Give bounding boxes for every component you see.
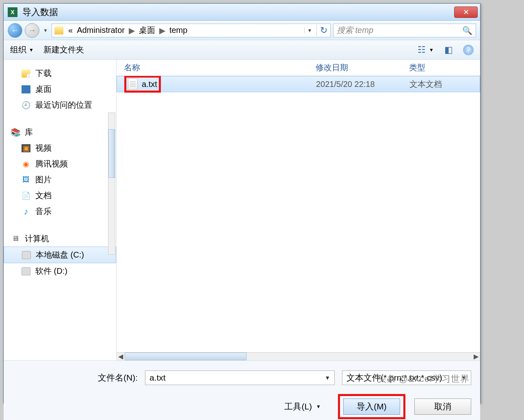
watermark: 头条 @Excel学习世界 [377, 373, 470, 385]
tree-computer[interactable]: 🖥计算机 [4, 231, 116, 247]
music-icon: ♪ [22, 208, 30, 216]
chevron-down-icon[interactable]: ▼ [325, 375, 330, 381]
list-hscrollbar[interactable]: ◀ ▶ [117, 352, 480, 360]
file-row[interactable]: a.txt 2021/5/20 22:18 文本文档 [117, 76, 480, 92]
file-date: 2021/5/20 22:18 [316, 80, 409, 89]
breadcrumb-item[interactable]: 桌面 [139, 25, 155, 36]
search-icon: 🔍 [462, 26, 472, 35]
library-icon: 📚 [11, 128, 20, 136]
search-input[interactable]: 搜索 temp 🔍 [333, 24, 476, 37]
column-type[interactable]: 类型 [409, 62, 480, 73]
tree-music[interactable]: ♪音乐 [4, 204, 116, 219]
tree-libraries[interactable]: 📚库 [4, 124, 116, 140]
desktop-icon [22, 85, 30, 93]
filename-label: 文件名(N): [98, 372, 138, 383]
picture-icon: 🖼 [22, 176, 30, 184]
import-button[interactable]: 导入(M) [343, 398, 400, 415]
tencent-icon: ◉ [22, 160, 30, 168]
view-icon: ☷ [416, 44, 427, 56]
file-list: 名称 修改日期 类型 a.txt 2021/5/20 22:18 文本文档 [117, 60, 480, 360]
tree-videos[interactable]: ▣视频 [4, 140, 116, 156]
chevron-down-icon: ▼ [29, 47, 34, 53]
tree-recent[interactable]: 🕘最近访问的位置 [4, 97, 116, 113]
scroll-right-icon[interactable]: ▶ [472, 353, 480, 360]
file-name: a.txt [142, 80, 157, 89]
recent-icon: 🕘 [22, 101, 30, 109]
cancel-button[interactable]: 取消 [414, 398, 471, 415]
file-type: 文本文档 [409, 79, 480, 90]
toolbar: 组织 ▼ 新建文件夹 ☷ ▼ ◧ ? [4, 40, 480, 60]
disk-icon [22, 251, 31, 259]
scroll-left-icon[interactable]: ◀ [117, 353, 125, 360]
nav-tree: 下载 桌面 🕘最近访问的位置 📚库 ▣视频 ◉腾讯视频 🖼图片 📄文档 ♪音乐 … [4, 60, 117, 360]
folder-icon [54, 26, 63, 35]
tree-tencent[interactable]: ◉腾讯视频 [4, 156, 116, 172]
excel-icon: X [8, 7, 17, 17]
tree-disk-c[interactable]: 本地磁盘 (C:) [4, 247, 116, 263]
disk-icon [22, 267, 30, 275]
address-bar[interactable]: « Administrator ▶ 桌面 ▶ temp ▼ ↻ [52, 24, 331, 37]
tree-desktop[interactable]: 桌面 [4, 81, 116, 97]
computer-icon: 🖥 [11, 235, 20, 243]
tree-downloads[interactable]: 下载 [4, 65, 116, 81]
filename-input[interactable]: a.txt ▼ [145, 370, 335, 385]
tree-scrollbar[interactable] [108, 113, 115, 255]
list-header: 名称 修改日期 类型 [117, 60, 480, 76]
forward-button[interactable]: → [25, 23, 39, 38]
address-dropdown[interactable]: ▼ [304, 28, 312, 33]
tools-button[interactable]: 工具(L) ▼ [284, 401, 321, 412]
chevron-down-icon: ▼ [429, 47, 434, 53]
search-placeholder: 搜索 temp [337, 25, 373, 36]
view-button[interactable]: ☷ ▼ [416, 44, 434, 56]
tree-pictures[interactable]: 🖼图片 [4, 172, 116, 188]
chevron-down-icon: ▼ [316, 404, 321, 409]
scrollbar-thumb[interactable] [108, 129, 115, 178]
video-icon: ▣ [22, 144, 30, 152]
breadcrumb-item[interactable]: Administrator [77, 26, 125, 35]
tree-disk-d[interactable]: 软件 (D:) [4, 263, 116, 279]
titlebar: X 导入数据 ✕ [4, 4, 480, 21]
text-file-icon [128, 78, 138, 90]
column-date[interactable]: 修改日期 [316, 62, 409, 73]
tree-documents[interactable]: 📄文档 [4, 188, 116, 204]
window-title: 导入数据 [22, 6, 58, 18]
chevron-left-icon: « [68, 26, 73, 35]
scrollbar-thumb[interactable] [125, 353, 247, 360]
help-button[interactable]: ? [463, 45, 474, 55]
back-button[interactable]: ← [8, 23, 22, 38]
column-name[interactable]: 名称 [117, 62, 316, 73]
chevron-right-icon: ▶ [159, 26, 165, 35]
new-folder-button[interactable]: 新建文件夹 [43, 44, 84, 55]
chevron-right-icon: ▶ [129, 26, 135, 35]
history-dropdown[interactable]: ▼ [42, 23, 49, 38]
refresh-button[interactable]: ↻ [316, 25, 328, 36]
organize-button[interactable]: 组织 ▼ [10, 44, 34, 55]
breadcrumb-item[interactable]: temp [169, 26, 187, 35]
close-button[interactable]: ✕ [454, 6, 478, 18]
preview-pane-button[interactable]: ◧ [443, 44, 454, 56]
navbar: ← → ▼ « Administrator ▶ 桌面 ▶ temp ▼ ↻ 搜索… [4, 21, 480, 40]
document-icon: 📄 [22, 192, 30, 200]
folder-icon [22, 69, 30, 78]
